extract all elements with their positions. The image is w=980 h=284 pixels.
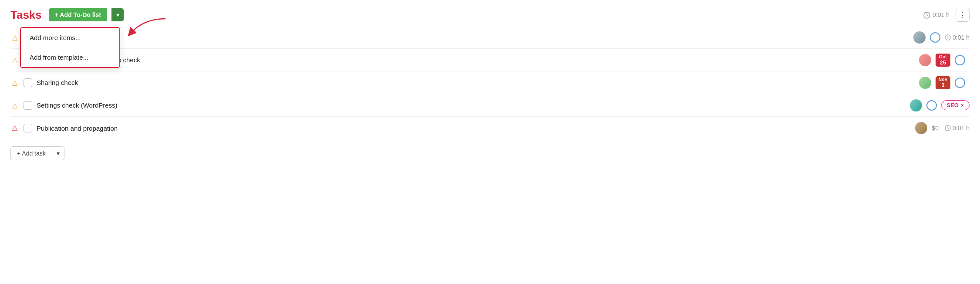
task-time: 0:01 h	[945, 125, 970, 132]
date-day: 3	[938, 82, 948, 88]
date-badge: Oct 25	[936, 54, 950, 67]
seo-tag: SEO ×	[941, 100, 970, 110]
table-row: △ Meta and technical questions check Oct…	[10, 49, 970, 71]
more-options-icon: ⋮	[959, 10, 966, 20]
page-title: Tasks	[10, 8, 42, 22]
task-name: Sharing check	[37, 79, 915, 86]
task-cost: $0	[932, 125, 939, 132]
header-right: 0:01 h ⋮	[923, 8, 970, 22]
header: Tasks + Add To-Do list ▾ 0:01 h ⋮	[10, 8, 970, 22]
dropdown-item-add-more[interactable]: Add more items...	[21, 28, 119, 47]
task-name: Publication and propagation	[37, 125, 911, 132]
table-row: ⚠ Publication and propagation $0 0:01 h	[10, 117, 970, 139]
avatar	[915, 122, 927, 134]
task-name: Meta and technical questions check	[37, 56, 915, 64]
task-time: 0:01 h	[945, 34, 970, 41]
date-month: Nov	[938, 77, 948, 82]
clock-icon	[923, 11, 930, 18]
dropdown-item-add-template[interactable]: Add from template...	[21, 47, 119, 67]
avatar	[910, 99, 922, 112]
alert-warning-icon: △	[10, 33, 19, 41]
status-circle-icon	[926, 100, 937, 111]
header-time-value: 0:01 h	[933, 11, 950, 18]
date-badge: Nov 3	[936, 76, 950, 89]
alert-error-icon: ⚠	[10, 124, 19, 132]
task-checkbox[interactable]	[24, 101, 32, 110]
table-row: △ Sharing check Nov 3	[10, 71, 970, 94]
avatar	[919, 77, 931, 89]
dropdown-menu: Add more items... Add from template...	[20, 27, 120, 68]
alert-warning-icon: △	[10, 101, 19, 109]
status-circle-icon	[930, 32, 940, 43]
task-checkbox[interactable]	[24, 78, 32, 87]
table-row: △ Settings check (WordPress) SEO ×	[10, 94, 970, 117]
add-todo-label: + Add To-Do list	[55, 11, 101, 18]
avatar	[913, 31, 926, 44]
page-container: Tasks + Add To-Do list ▾ 0:01 h ⋮ Add	[0, 0, 980, 171]
dropdown-item-add-template-label: Add from template...	[30, 54, 88, 61]
task-right: SEO ×	[941, 100, 970, 110]
add-task-bar: + Add task ▾	[10, 146, 970, 160]
more-options-button[interactable]: ⋮	[956, 8, 970, 22]
task-right: 0:01 h	[945, 34, 970, 41]
date-month: Oct	[938, 54, 948, 59]
dropdown-item-add-more-label: Add more items...	[30, 34, 81, 41]
add-todo-button[interactable]: + Add To-Do list	[49, 8, 107, 21]
date-day: 25	[938, 59, 948, 66]
seo-tag-label: SEO	[947, 102, 959, 108]
tasks-list: △ 0:01 h △ Meta and tech	[10, 26, 970, 139]
add-todo-dropdown-button[interactable]: ▾	[112, 8, 124, 21]
table-row: △ 0:01 h	[10, 26, 970, 49]
header-time-display: 0:01 h	[923, 11, 950, 18]
status-circle-icon	[955, 78, 965, 88]
add-task-dropdown-button[interactable]: ▾	[52, 146, 64, 160]
task-right: $0 0:01 h	[932, 125, 970, 132]
status-circle-icon	[955, 55, 965, 65]
seo-tag-close[interactable]: ×	[961, 102, 964, 108]
avatar	[919, 54, 931, 66]
add-task-button[interactable]: + Add task	[10, 146, 52, 160]
alert-warning-icon: △	[10, 78, 19, 87]
task-name: Settings check (WordPress)	[37, 101, 906, 109]
add-task-label: + Add task	[17, 150, 46, 157]
alert-warning-icon: △	[10, 56, 19, 64]
task-checkbox[interactable]	[24, 124, 32, 132]
